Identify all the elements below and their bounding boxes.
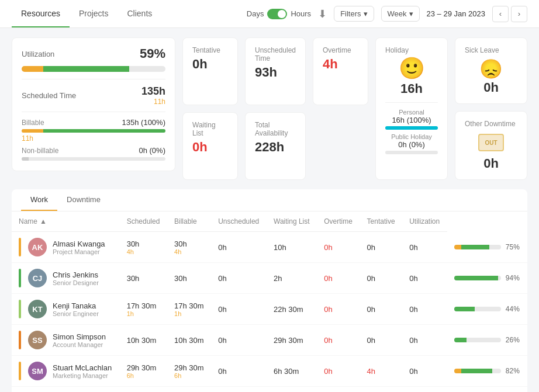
person-role: Account Manager xyxy=(53,341,106,348)
sick-leave-title: Sick Leave xyxy=(465,46,517,54)
person-name: Almasi Kwanga xyxy=(53,240,105,248)
top-nav: Resources Projects Clients Days Hours ⬇ … xyxy=(0,0,539,28)
util-bar-green xyxy=(454,338,467,342)
public-holiday-value: 0h (0%) xyxy=(385,140,438,149)
waiting-list-label: Waiting List xyxy=(192,121,228,137)
next-week-button[interactable]: › xyxy=(511,6,527,22)
tentative-cell: 0h xyxy=(402,294,447,325)
person-role: Senior Engineer xyxy=(53,310,99,317)
color-bar xyxy=(19,238,21,256)
utilization-bar xyxy=(22,66,165,72)
person-cell-2: KT Kenji Tanaka Senior Engineer xyxy=(12,294,120,325)
scheduled-cell: 17h 30m xyxy=(120,387,167,393)
scheduled-pending: 6h xyxy=(127,372,160,379)
overtime-cell: 4h xyxy=(360,356,403,387)
other-downtime-card: Other Downtime OUT 0h xyxy=(455,111,527,180)
util-bar-green xyxy=(461,245,489,249)
billable-pending: 4h xyxy=(174,248,204,255)
week-label: Week xyxy=(388,9,407,18)
personal-label: Personal xyxy=(385,109,438,116)
scheduled-pending: 4h xyxy=(127,248,160,255)
nonbillable-cell: 0h xyxy=(211,325,267,356)
person-role: Project Manager xyxy=(53,248,105,255)
nav-arrows: ‹ › xyxy=(492,6,527,22)
unscheduled-cell: 22h 30m xyxy=(267,387,317,393)
col-utilization: Utilization xyxy=(402,211,447,232)
unscheduled-cell: 29h 30m xyxy=(267,325,317,356)
date-range: 23 – 29 Jan 2023 xyxy=(427,9,485,18)
holiday-card: Holiday 🙂 16h Personal 16h (100%) Public… xyxy=(375,37,448,180)
util-bar-orange xyxy=(454,369,461,373)
billable-cell: 30h 4h xyxy=(167,232,211,263)
billable-cell: 17h 30m xyxy=(167,387,211,393)
table-row: SM Stuart McLachlan Marketing Manager 29… xyxy=(12,356,527,387)
public-bar xyxy=(385,151,438,154)
waiting-list-cell: 0h xyxy=(317,232,360,263)
waiting-list-cell: 0h xyxy=(317,325,360,356)
utilization-title: Utilization xyxy=(22,50,54,58)
tentative-cell: 0h xyxy=(402,387,447,393)
days-hours-toggle[interactable] xyxy=(267,9,287,19)
person-role: Marketing Manager xyxy=(53,372,112,379)
sick-leave-card: Sick Leave 😞 0h xyxy=(455,37,527,104)
person-cell-0: AK Almasi Kwanga Project Manager xyxy=(12,232,120,263)
overtime-value: 4h xyxy=(323,57,358,72)
scheduled-cell: 29h 30m 6h xyxy=(120,356,167,387)
downtime-tab[interactable]: Downtime xyxy=(57,189,110,211)
table-row: KT Kenji Tanaka Senior Engineer 17h 30m … xyxy=(12,294,527,325)
col-tentative: Tentative xyxy=(360,211,403,232)
nonbillable-bar xyxy=(22,157,165,161)
waiting-list-cell: 0h xyxy=(317,356,360,387)
billable-value: 135h (100%) xyxy=(122,118,165,127)
util-bar-orange xyxy=(454,245,461,249)
overtime-cell: 0h xyxy=(360,294,403,325)
utilization-bar-green xyxy=(43,66,130,72)
week-button[interactable]: Week ▾ xyxy=(381,6,420,22)
work-tab[interactable]: Work xyxy=(21,189,57,211)
util-pct-label: 75% xyxy=(506,243,520,251)
other-downtime-title: Other Downtime xyxy=(465,120,517,128)
scheduled-pending: 1h xyxy=(127,310,160,317)
util-pct-label: 26% xyxy=(506,336,520,344)
person-cell-4: SM Stuart McLachlan Marketing Manager xyxy=(12,356,120,387)
col-overtime: Overtime xyxy=(317,211,360,232)
download-icon[interactable]: ⬇ xyxy=(318,8,327,20)
util-cell: 94% xyxy=(447,263,527,294)
nav-tab-clients[interactable]: Clients xyxy=(118,1,162,27)
unscheduled-label: Unscheduled Time xyxy=(255,46,296,63)
waiting-list-card: Waiting List 0h xyxy=(182,112,238,180)
col-name[interactable]: Name ▲ xyxy=(12,211,120,232)
col-waiting-list: Waiting List xyxy=(267,211,317,232)
avatar: KT xyxy=(28,300,47,318)
scheduled-cell: 17h 30m 1h xyxy=(120,294,167,325)
util-bar xyxy=(454,276,501,280)
util-bar-green xyxy=(454,276,498,280)
color-bar xyxy=(19,331,21,349)
prev-week-button[interactable]: ‹ xyxy=(492,6,509,22)
filters-button[interactable]: Filters ▾ xyxy=(334,6,374,22)
nav-tabs: Resources Projects Clients xyxy=(12,1,161,27)
nav-tab-resources[interactable]: Resources xyxy=(12,1,70,27)
tentative-cell: 0h xyxy=(402,356,447,387)
view-toggle-group: Days Hours xyxy=(247,9,311,19)
work-tabs: Work Downtime xyxy=(12,189,527,211)
tentative-cell: 0h xyxy=(402,263,447,294)
scheduled-cell: 30h 4h xyxy=(120,232,167,263)
person-name: Kenji Tanaka xyxy=(53,301,99,310)
util-bar xyxy=(454,338,501,342)
sick-leave-hours: 0h xyxy=(465,80,517,95)
billable-cell: 30h xyxy=(167,263,211,294)
nonbillable-value: 0h (0%) xyxy=(139,146,165,155)
table-row: CJ Chris Jenkins Senior Designer 30h 30h… xyxy=(12,263,527,294)
sad-face-icon: 😞 xyxy=(465,58,517,80)
nonbillable-cell: 0h xyxy=(211,263,267,294)
filters-label: Filters xyxy=(340,9,361,18)
unscheduled-cell: 22h 30m xyxy=(267,294,317,325)
nav-tab-projects[interactable]: Projects xyxy=(70,1,118,27)
toggle-knob xyxy=(278,10,286,18)
billable-bar-orange xyxy=(22,129,43,133)
scheduled-section: Scheduled Time 135h 11h Billable 135h (1… xyxy=(22,85,165,161)
nav-controls: Days Hours ⬇ Filters ▾ Week ▾ 23 – 29 Ja… xyxy=(247,6,527,22)
summary-section: Utilization 59% Scheduled Time 135h 11h xyxy=(12,37,527,180)
person-cell-5: ZK Zofia Kowalska Design Lead xyxy=(12,387,120,393)
